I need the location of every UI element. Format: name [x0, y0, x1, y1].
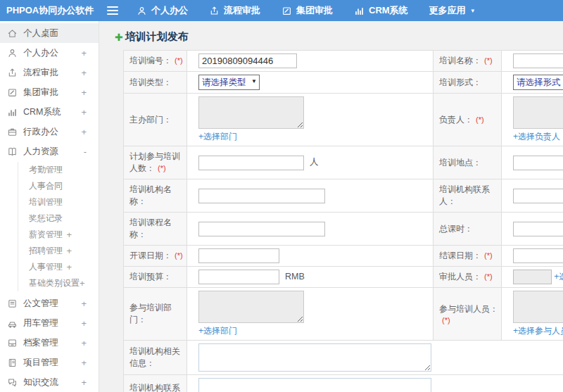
- sidebar-item-personnel-mgmt[interactable]: 人事管理+: [18, 259, 99, 275]
- field-label: 培训预算：: [129, 272, 172, 282]
- budget-input[interactable]: [198, 270, 279, 284]
- table-row: 计划参与培训人数：(*) 人 培训地点：: [124, 146, 563, 179]
- select-join-people-link[interactable]: +选择参与人员: [513, 326, 563, 336]
- sidebar-item-label: CRM系统: [23, 106, 61, 118]
- training-form-select-wrap: 请选择形式: [513, 75, 563, 90]
- sidebar-item-vehicle-mgmt[interactable]: 用车管理 +: [0, 313, 99, 333]
- field-label: 审批人员：: [439, 272, 481, 282]
- field-label: 结课日期：: [439, 251, 481, 260]
- expand-toggle[interactable]: +: [81, 377, 87, 388]
- sidebar-item-hr-contract[interactable]: 人事合同: [18, 178, 99, 194]
- table-row: 培训类型： 请选择类型 培训形式： 请选择形式: [124, 72, 563, 94]
- join-people-textarea[interactable]: [513, 291, 563, 323]
- planned-count-input[interactable]: [198, 156, 304, 170]
- sidebar-item-document-mgmt[interactable]: 公文管理 +: [0, 293, 99, 313]
- field-label: 主办部门：: [129, 115, 172, 125]
- sidebar-item-knowledge-exchange[interactable]: 知识交流 +: [0, 372, 99, 392]
- table-row: 培训机构名称： 培训机构联系人：: [124, 179, 563, 213]
- field-label: 培训课程名称：: [129, 217, 172, 239]
- sidebar-item-label: 公文管理: [23, 298, 58, 310]
- collapse-toggle[interactable]: -: [84, 146, 87, 157]
- topnav-label: 个人办公: [151, 4, 188, 17]
- sidebar-item-label: 人力资源: [23, 146, 58, 158]
- select-leader-link[interactable]: +选择负责人: [513, 132, 560, 141]
- sidebar-item-reward-record[interactable]: 奖惩记录: [18, 210, 99, 227]
- sidebar-item-admin-office[interactable]: 行政办公 +: [0, 122, 99, 141]
- caret-down-icon: ▾: [472, 7, 475, 14]
- expand-toggle[interactable]: +: [81, 48, 87, 58]
- topnav-item-crm[interactable]: CRM系统: [354, 4, 408, 17]
- sidebar-item-label: 档案管理: [23, 337, 58, 349]
- sidebar-item-attendance[interactable]: 考勤管理: [18, 162, 99, 178]
- sidebar-item-recruit-mgmt[interactable]: 招聘管理+: [18, 243, 99, 259]
- expand-toggle[interactable]: +: [81, 358, 87, 368]
- select-dept-link[interactable]: +选择部门: [198, 132, 237, 141]
- sidebar-item-label: 流程审批: [23, 67, 58, 79]
- sidebar-item-flow-approval[interactable]: 流程审批 +: [0, 63, 99, 82]
- sidebar-item-archive-mgmt[interactable]: 档案管理 +: [0, 333, 99, 353]
- training-name-input[interactable]: [513, 53, 563, 68]
- sidebar-item-personal-office[interactable]: 个人办公 +: [0, 43, 99, 63]
- field-label: 总课时：: [439, 224, 473, 234]
- host-dept-textarea[interactable]: [198, 96, 304, 129]
- required-marker: (*): [175, 56, 183, 65]
- sidebar-item-crm[interactable]: CRM系统 +: [0, 102, 99, 122]
- topnav-item-group-approval[interactable]: 集团审批: [282, 4, 333, 17]
- select-join-dept-link[interactable]: +选择部门: [198, 326, 237, 336]
- field-label: 培训机构联系人相关信息：: [129, 383, 180, 392]
- home-icon: [7, 28, 18, 39]
- total-hours-input[interactable]: [513, 222, 563, 236]
- flow-approve-icon: [7, 68, 18, 78]
- expand-toggle[interactable]: +: [81, 338, 87, 348]
- sidebar-item-label: 用车管理: [23, 317, 58, 329]
- training-form-select[interactable]: 请选择形式: [513, 75, 563, 90]
- location-input[interactable]: [513, 156, 563, 170]
- sidebar-item-project-mgmt[interactable]: 项目管理 +: [0, 353, 99, 372]
- org-contact-input[interactable]: [513, 189, 563, 203]
- end-date-input[interactable]: [513, 248, 563, 263]
- topnav-item-more-apps[interactable]: 更多应用 ▾: [429, 4, 475, 17]
- org-contact-info-textarea[interactable]: [198, 378, 431, 392]
- sidebar-item-training-mgmt[interactable]: 培训管理: [18, 194, 99, 210]
- topnav-label: 更多应用: [429, 4, 466, 17]
- training-no-input[interactable]: [198, 53, 297, 68]
- unit-label: RMB: [285, 272, 305, 282]
- course-name-input[interactable]: [198, 222, 325, 236]
- expand-toggle[interactable]: +: [81, 68, 87, 78]
- page-title-bar: ✚ 培训计划发布: [115, 30, 563, 44]
- expand-toggle[interactable]: +: [81, 318, 87, 329]
- topnav-label: CRM系统: [369, 4, 408, 17]
- sidebar-item-base-category[interactable]: 基础类别设置+: [18, 275, 99, 291]
- approver-input[interactable]: [513, 270, 552, 284]
- edit-approve-icon: [7, 87, 18, 98]
- training-type-select[interactable]: 请选择类型: [198, 75, 260, 90]
- sidebar: 个人桌面 个人办公 + 流程审批 + 集团审批 + CRM系统 + 行政办公 +: [0, 21, 99, 392]
- sidebar-item-personal-desktop[interactable]: 个人桌面: [0, 23, 99, 43]
- top-navigation: 个人办公 流程审批 集团审批 CRM系统 更多应用 ▾: [137, 4, 474, 17]
- app-logo: PHPOA协同办公软件: [0, 4, 97, 17]
- topnav-item-personal-office[interactable]: 个人办公: [137, 4, 188, 17]
- org-info-textarea[interactable]: [198, 343, 431, 372]
- training-plan-form: 培训编号：(*) 培训名称：(*) 培训类型： 请选择类型 培训形式： 请选择形…: [123, 50, 563, 392]
- topnav-item-flow-approval[interactable]: 流程审批: [209, 4, 260, 17]
- expand-toggle[interactable]: +: [81, 107, 87, 118]
- expand-toggle[interactable]: +: [81, 87, 87, 98]
- expand-toggle[interactable]: +: [81, 298, 87, 309]
- select-approver-link[interactable]: +选择审批人员: [554, 272, 563, 282]
- expand-toggle[interactable]: +: [81, 127, 87, 137]
- table-row: 培训机构相关信息：: [124, 341, 563, 375]
- topnav-label: 流程审批: [224, 4, 260, 17]
- sidebar-item-salary-mgmt[interactable]: 薪资管理+: [18, 227, 99, 243]
- field-label: 培训编号：: [129, 56, 172, 65]
- org-name-input[interactable]: [198, 189, 325, 203]
- hamburger-icon[interactable]: [107, 6, 118, 15]
- sidebar-item-group-approval[interactable]: 集团审批 +: [0, 82, 99, 102]
- start-date-input[interactable]: [198, 248, 279, 263]
- sidebar-item-human-resources[interactable]: 人力资源 -: [0, 141, 99, 161]
- required-marker: (*): [175, 251, 183, 260]
- required-marker: (*): [158, 164, 166, 172]
- bar-chart-icon: [7, 107, 18, 118]
- leader-textarea[interactable]: [513, 96, 563, 129]
- table-row: 培训预算： RMB 审批人员：(*) +选择审批人员: [124, 267, 563, 288]
- join-dept-textarea[interactable]: [198, 291, 304, 323]
